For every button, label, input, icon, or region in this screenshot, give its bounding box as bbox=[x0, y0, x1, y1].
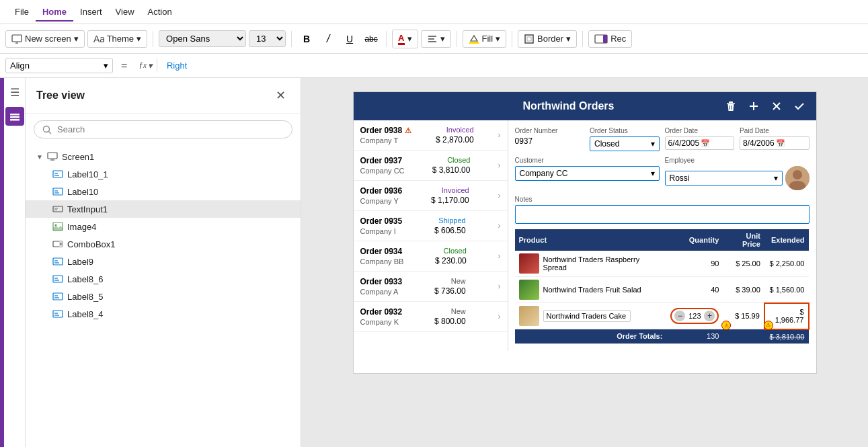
order-amount-0937: $ 3,810.00 bbox=[432, 165, 471, 175]
totals-label-cell: Order Totals: bbox=[515, 329, 667, 344]
order-company-0934: Company BB bbox=[360, 257, 404, 266]
menu-action[interactable]: Action bbox=[141, 3, 179, 21]
tree-item-textinput1[interactable]: TextInput1 bbox=[26, 200, 301, 218]
order-item-0934[interactable]: Order 0934 Company BB Closed $ 230.00 › bbox=[354, 241, 508, 272]
qty-increase-button[interactable]: + bbox=[704, 311, 715, 321]
customer-select[interactable]: Company CC ▾ bbox=[515, 166, 660, 181]
tree-item-label8-6[interactable]: Label8_6 bbox=[26, 270, 301, 288]
layers-icon-button[interactable] bbox=[5, 107, 24, 126]
menu-home[interactable]: Home bbox=[36, 3, 73, 21]
order-right-0932: New $ 800.00 bbox=[434, 307, 466, 326]
hamburger-button[interactable]: ☰ bbox=[10, 86, 19, 99]
font-select[interactable]: Open Sans bbox=[159, 30, 246, 47]
svg-rect-21 bbox=[53, 188, 63, 195]
close-button[interactable] bbox=[768, 97, 785, 115]
menu-insert[interactable]: Insert bbox=[73, 3, 109, 21]
product-name-1: Northwind Traders Fruit Salad bbox=[543, 286, 641, 294]
sidebar-close-button[interactable]: ✕ bbox=[271, 86, 290, 105]
unit-price-col-header: Unit Price bbox=[723, 229, 764, 251]
svg-rect-0 bbox=[12, 35, 22, 42]
font-size-select[interactable]: 13 bbox=[249, 30, 286, 47]
paid-date-input[interactable]: 8/4/2006 📅 bbox=[740, 136, 810, 150]
tree-item-screen1[interactable]: ▼ Screen1 bbox=[26, 148, 301, 165]
formula-dropdown[interactable]: Align ▾ bbox=[5, 58, 113, 73]
order-chevron-0938: › bbox=[498, 130, 501, 140]
order-amount-0935: $ 606.50 bbox=[434, 226, 466, 235]
order-item-0936[interactable]: Order 0936 Company Y Invoiced $ 1,170.00… bbox=[354, 181, 508, 211]
order-status-label: Order Status bbox=[590, 127, 660, 134]
product-name-0: Northwind Traders Raspberry Spread bbox=[543, 255, 663, 272]
svg-rect-11 bbox=[10, 114, 19, 116]
order-chevron-0937: › bbox=[498, 161, 501, 170]
detail-row-2: Customer Company CC ▾ Employee Rossi bbox=[515, 157, 810, 190]
theme-button[interactable]: Aa Theme ▾ bbox=[87, 30, 147, 48]
tree-item-label8-4[interactable]: Label8_4 bbox=[26, 305, 301, 323]
products-table: Product Quantity Unit Price Extended bbox=[515, 229, 810, 344]
bold-button[interactable]: B bbox=[297, 30, 316, 48]
app-header: Northwind Orders bbox=[354, 92, 816, 120]
order-left-0932: Order 0932 Company K bbox=[360, 307, 403, 326]
add-button[interactable] bbox=[745, 97, 762, 115]
order-item-0938[interactable]: Order 0938 ⚠ Company T Invoiced $ 2,870.… bbox=[354, 120, 508, 151]
tree-item-image4[interactable]: Image4 bbox=[26, 218, 301, 235]
product-name-cell-0: Northwind Traders Raspberry Spread bbox=[515, 251, 667, 277]
tree-item-label10[interactable]: Label10 bbox=[26, 183, 301, 200]
quantity-col-header: Quantity bbox=[666, 229, 723, 251]
qty-decrease-button[interactable]: − bbox=[674, 311, 685, 321]
tree-label-combobox1: ComboBox1 bbox=[67, 239, 116, 249]
new-screen-button[interactable]: New screen ▾ bbox=[5, 30, 85, 48]
underline-button[interactable]: U bbox=[340, 30, 359, 48]
tree-label-label9: Label9 bbox=[67, 257, 93, 267]
formula-equals-icon: = bbox=[118, 60, 130, 72]
label-icon-2 bbox=[52, 186, 63, 197]
toolbar-sep-5 bbox=[512, 31, 512, 47]
order-item-0935[interactable]: Order 0935 Company I Shipped $ 606.50 › bbox=[354, 211, 508, 241]
order-date-input[interactable]: 6/4/2005 📅 bbox=[665, 136, 735, 150]
customer-label: Customer bbox=[515, 157, 660, 164]
warn-badge-extended: ⚠ bbox=[764, 321, 773, 330]
close-icon bbox=[772, 101, 781, 111]
search-input[interactable] bbox=[57, 124, 284, 134]
fill-button[interactable]: Fill ▾ bbox=[463, 30, 507, 48]
order-item-0932[interactable]: Order 0932 Company K New $ 800.00 › bbox=[354, 302, 508, 332]
trash-icon bbox=[725, 101, 736, 112]
align-button[interactable]: ▾ bbox=[421, 30, 451, 48]
tree-item-label9[interactable]: Label9 bbox=[26, 253, 301, 270]
delete-button[interactable] bbox=[722, 97, 740, 115]
tree-item-label10-1[interactable]: Label10_1 bbox=[26, 165, 301, 183]
order-item-0937[interactable]: Order 0937 Company CC Closed $ 3,810.00 … bbox=[354, 151, 508, 181]
product-qty-cell-2: − 123 + bbox=[666, 303, 723, 329]
product-qty-1: 40 bbox=[666, 277, 723, 303]
tree-label-label10: Label10 bbox=[67, 187, 98, 197]
rec-button[interactable]: Rec bbox=[588, 30, 632, 48]
border-button[interactable]: Border ▾ bbox=[518, 30, 577, 48]
order-num-0935: Order 0935 bbox=[360, 216, 403, 226]
layers-icon bbox=[9, 110, 21, 122]
menu-view[interactable]: View bbox=[109, 3, 141, 21]
notes-input[interactable] bbox=[515, 205, 810, 224]
check-button[interactable] bbox=[791, 97, 808, 115]
font-color-button[interactable]: A ▾ bbox=[392, 30, 418, 48]
menu-file[interactable]: File bbox=[8, 3, 36, 21]
formula-fx[interactable]: f x ▾ bbox=[135, 58, 157, 73]
order-status-select[interactable]: Closed ▾ bbox=[590, 136, 660, 151]
order-right-0938: Invoiced $ 2,870.00 bbox=[436, 126, 474, 145]
tree-item-label8-5[interactable]: Label8_5 bbox=[26, 288, 301, 305]
employee-select[interactable]: Rossi ▾ bbox=[665, 171, 783, 186]
svg-point-56 bbox=[793, 170, 802, 179]
italic-button[interactable]: / bbox=[319, 30, 338, 48]
order-chevron-0934: › bbox=[498, 251, 501, 261]
product-name-input-2[interactable] bbox=[543, 310, 631, 322]
order-num-0933: Order 0933 bbox=[360, 277, 403, 286]
strikethrough-button[interactable]: abc bbox=[362, 30, 381, 48]
order-item-0933[interactable]: Order 0933 Company A New $ 736.00 › bbox=[354, 272, 508, 302]
search-container bbox=[34, 120, 292, 138]
order-status-0932: New bbox=[451, 307, 466, 315]
order-chevron-0936: › bbox=[498, 191, 501, 200]
rec-icon bbox=[594, 34, 608, 44]
customer-chevron: ▾ bbox=[651, 169, 655, 178]
tree-item-combobox1[interactable]: ComboBox1 bbox=[26, 235, 301, 253]
paid-date-label: Paid Date bbox=[740, 127, 810, 134]
product-unit-1: $ 39.00 bbox=[723, 277, 764, 303]
tree-label-label8-4: Label8_4 bbox=[67, 309, 104, 319]
